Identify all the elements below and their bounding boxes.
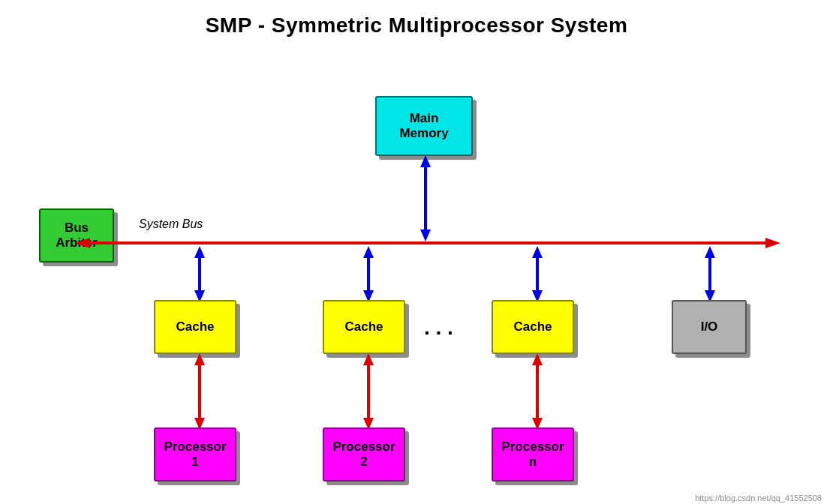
main-memory-label: MainMemory xyxy=(399,111,448,141)
watermark: https://blog.csdn.net/qq_41552508 xyxy=(695,494,822,502)
system-bus-line xyxy=(90,242,765,244)
blue-arrow-cache3-bus xyxy=(531,246,544,302)
system-bus-arrow-right xyxy=(765,238,780,248)
main-memory-box: MainMemory xyxy=(375,96,473,156)
blue-arrow-memory-bus xyxy=(419,155,432,242)
red-arrow-proc1-cache1 xyxy=(193,353,206,430)
system-bus-arrow-left xyxy=(75,238,90,248)
red-arrow-procn-cache3 xyxy=(531,353,544,430)
cache-2-label: Cache xyxy=(344,320,383,334)
blue-arrow-cache1-bus xyxy=(193,246,206,302)
io-box: I/O xyxy=(672,300,747,354)
processor-2-label: Processor2 xyxy=(332,440,395,470)
system-bus-label: System Bus xyxy=(139,218,203,231)
io-label: I/O xyxy=(701,320,718,334)
cache-1-label: Cache xyxy=(176,320,214,334)
ellipsis-dots: · · · xyxy=(424,321,453,345)
cache-box-1: Cache xyxy=(154,300,236,354)
blue-arrow-cache2-bus xyxy=(362,246,375,302)
processor-1-label: Processor1 xyxy=(164,440,226,470)
processor-box-1: Processor1 xyxy=(154,428,236,482)
page-title: SMP - Symmetric Multiprocessor System xyxy=(0,0,833,38)
diagram-area: MainMemory BusArbiter System Bus xyxy=(0,45,833,504)
blue-arrow-io-bus xyxy=(703,246,717,302)
processor-box-2: Processor2 xyxy=(323,428,405,482)
cache-box-3: Cache xyxy=(492,300,574,354)
processor-n-label: Processorn xyxy=(501,440,564,470)
cache-3-label: Cache xyxy=(513,320,552,334)
red-arrow-proc2-cache2 xyxy=(362,353,375,430)
bus-arbiter-box: BusArbiter xyxy=(39,208,114,262)
processor-box-n: Processorn xyxy=(492,428,574,482)
cache-box-2: Cache xyxy=(323,300,405,354)
